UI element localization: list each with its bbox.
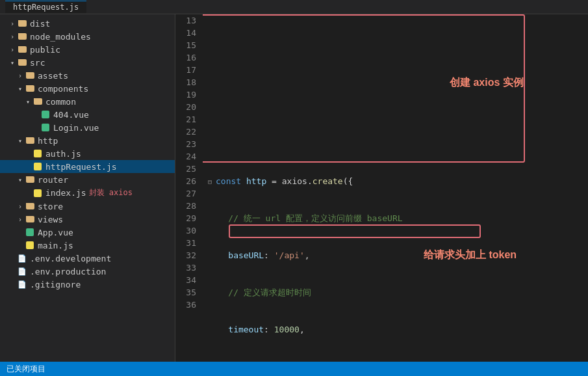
- item-label: dist: [30, 19, 50, 29]
- line-num: 31: [175, 237, 196, 249]
- item-label: node_modules: [30, 32, 91, 42]
- line-num: 17: [175, 64, 196, 76]
- code-line-17: timeout: 10000,: [208, 323, 588, 336]
- line-num: 21: [175, 113, 196, 126]
- folder-icon: [25, 201, 35, 211]
- line-num: 14: [175, 27, 196, 39]
- line-num: 30: [175, 224, 196, 237]
- tab-label: httpRequest.js: [13, 3, 79, 12]
- line-num: 27: [175, 187, 196, 200]
- line-num: 25: [175, 163, 196, 175]
- sidebar-item-gitignore[interactable]: .gitignore: [0, 278, 175, 291]
- file-icon: [17, 266, 27, 276]
- annotation-text-1: 创建 axios 实例: [450, 76, 524, 88]
- sidebar-item-index-js[interactable]: index.js 封装 axios: [0, 186, 175, 200]
- sidebar-item-router[interactable]: router: [0, 173, 175, 186]
- top-bar: httpRequest.js: [0, 0, 588, 14]
- line-num: 23: [175, 138, 196, 150]
- arrow-icon: [16, 216, 25, 223]
- line-num: 33: [175, 262, 196, 274]
- red-annotation-label: 封装 axios: [89, 187, 133, 198]
- editor-tab[interactable]: httpRequest.js: [5, 1, 86, 13]
- sidebar-item-assets[interactable]: assets: [0, 69, 175, 82]
- item-label: .env.production: [30, 267, 106, 276]
- file-icon: [17, 279, 27, 289]
- sidebar-item-store[interactable]: store: [0, 200, 175, 213]
- sidebar-item-src[interactable]: src: [0, 56, 175, 69]
- item-label: .gitignore: [30, 280, 81, 289]
- vue-file-icon: [40, 122, 51, 133]
- line-num: 18: [175, 76, 196, 88]
- line-num: 36: [175, 299, 196, 311]
- item-label: public: [30, 45, 60, 55]
- folder-icon: [25, 83, 35, 94]
- annotation-box-1: [203, 14, 525, 163]
- folder-icon: [17, 18, 27, 29]
- sidebar-item-httprequest-js[interactable]: httpRequest.js: [0, 160, 175, 173]
- line-num: 26: [175, 175, 196, 187]
- item-label: src: [30, 58, 45, 68]
- line-num: 22: [175, 126, 196, 138]
- item-label: http: [38, 136, 58, 146]
- code-line-18: // 请求带上 cookie: [208, 360, 588, 362]
- js-file-icon: [32, 161, 43, 172]
- item-label: components: [38, 84, 88, 94]
- sidebar-item-views[interactable]: views: [0, 213, 175, 226]
- arrow-icon: [8, 59, 17, 66]
- code-line-14: // 统一 url 配置，定义访问前缀 baseURL: [208, 212, 588, 224]
- line-num: 13: [175, 14, 196, 27]
- sidebar-item-public[interactable]: public: [0, 43, 175, 56]
- sidebar-item-dist[interactable]: dist: [0, 17, 175, 30]
- item-label: assets: [38, 71, 68, 81]
- main-layout: dist node_modules public src assets comp…: [0, 14, 588, 362]
- sidebar-item-env-prod[interactable]: .env.production: [0, 265, 175, 278]
- item-label: store: [38, 202, 63, 211]
- code-line-13: ⊟const http = axios.create({: [208, 175, 588, 187]
- line-num: 16: [175, 51, 196, 64]
- code-content[interactable]: 创建 axios 实例 给请求头加上 token ⊟const http = a…: [203, 14, 588, 362]
- status-bar: 已关闭项目: [0, 362, 588, 376]
- sidebar-item-components[interactable]: components: [0, 82, 175, 95]
- sidebar: dist node_modules public src assets comp…: [0, 14, 175, 362]
- item-label: Login.vue: [53, 123, 99, 133]
- sidebar-item-node-modules[interactable]: node_modules: [0, 30, 175, 43]
- line-num: 34: [175, 274, 196, 286]
- sidebar-item-404vue[interactable]: 404.vue: [0, 108, 175, 121]
- item-label: auth.js: [45, 149, 81, 159]
- sidebar-item-auth-js[interactable]: auth.js: [0, 147, 175, 160]
- sidebar-item-http[interactable]: http: [0, 134, 175, 147]
- line-num: 15: [175, 39, 196, 51]
- arrow-icon: [16, 203, 25, 210]
- folder-icon: [17, 44, 27, 55]
- vue-file-icon: [40, 109, 51, 120]
- arrow-icon: [16, 176, 25, 183]
- sidebar-item-env-dev[interactable]: .env.development: [0, 252, 175, 265]
- js-file-icon: [32, 188, 43, 198]
- arrow-icon: [16, 72, 25, 79]
- sidebar-item-app-vue[interactable]: App.vue: [0, 226, 175, 239]
- line-num: 24: [175, 150, 196, 163]
- folder-icon: [17, 57, 27, 68]
- editor: 13 14 15 16 17 18 19 20 21 22 23 24 25 2…: [175, 14, 588, 362]
- item-label: index.js: [45, 188, 86, 198]
- folder-icon: [25, 135, 35, 146]
- line-num: 29: [175, 212, 196, 224]
- line-num: 19: [175, 88, 196, 101]
- sidebar-item-main-js[interactable]: main.js: [0, 239, 175, 252]
- sidebar-item-common[interactable]: common: [0, 95, 175, 108]
- folder-icon: [25, 174, 35, 185]
- js-file-icon: [32, 148, 43, 159]
- line-num: 35: [175, 286, 196, 299]
- file-icon: [17, 253, 27, 263]
- line-num: 32: [175, 249, 196, 262]
- item-label: .env.development: [30, 254, 111, 263]
- sidebar-item-login-vue[interactable]: Login.vue: [0, 121, 175, 134]
- code-area: 13 14 15 16 17 18 19 20 21 22 23 24 25 2…: [175, 14, 588, 362]
- arrow-icon: [8, 33, 17, 40]
- arrow-icon: [23, 98, 32, 105]
- line-numbers: 13 14 15 16 17 18 19 20 21 22 23 24 25 2…: [175, 14, 203, 362]
- folder-icon: [32, 96, 43, 107]
- folder-icon: [25, 70, 35, 81]
- line-num: 28: [175, 200, 196, 212]
- item-label: 404.vue: [53, 110, 89, 120]
